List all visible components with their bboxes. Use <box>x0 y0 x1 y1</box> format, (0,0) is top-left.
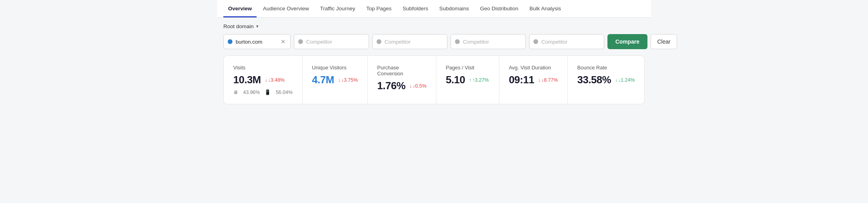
competitor-input-3[interactable]: Competitor <box>451 34 526 49</box>
unique-visitors-arrow-icon <box>338 77 341 83</box>
visits-value-row: 10.3M ↓3.48% <box>233 74 293 86</box>
pages-arrow-icon <box>469 77 471 83</box>
unique-visitors-change-text: ↓3.75% <box>341 77 358 83</box>
bounce-rate-change: ↓1.24% <box>615 77 635 83</box>
competitor-placeholder-4: Competitor <box>541 39 567 45</box>
main-domain-input[interactable]: burton.com ✕ <box>223 34 291 49</box>
metric-visits: Visits 10.3M ↓3.48% 🖥 43.96% 📱 56.04% <box>224 56 303 104</box>
purchase-conversion-change-text: ↓0.5% <box>413 83 426 89</box>
competitor-dot-1 <box>298 39 303 44</box>
avg-visit-arrow-icon <box>538 77 541 83</box>
nav-tabs: Overview Audience Overview Traffic Journ… <box>217 0 651 18</box>
compare-button[interactable]: Compare <box>607 34 647 49</box>
compare-row: burton.com ✕ Competitor Competitor Compe… <box>223 34 645 49</box>
competitor-placeholder-3: Competitor <box>463 39 489 45</box>
pages-visit-value-row: 5.10 ↑3.27% <box>446 74 489 86</box>
mobile-pct: 56.04% <box>276 90 292 95</box>
unique-visitors-value-row: 4.7M ↓3.75% <box>312 74 358 86</box>
visits-change-text: ↓3.48% <box>268 77 285 83</box>
tab-subdomains[interactable]: Subdomains <box>434 0 474 17</box>
pages-visit-label: Pages / Visit <box>446 65 489 71</box>
bounce-rate-arrow-icon <box>615 77 617 83</box>
clear-domain-icon[interactable]: ✕ <box>280 38 286 45</box>
avg-visit-duration-change-text: ↓8.77% <box>541 77 558 83</box>
competitor-input-2[interactable]: Competitor <box>372 34 447 49</box>
root-domain-label: Root domain <box>223 23 254 29</box>
metric-pages-visit: Pages / Visit 5.10 ↑3.27% <box>436 56 499 104</box>
visits-sub: 🖥 43.96% 📱 56.04% <box>233 89 293 95</box>
visits-label: Visits <box>233 65 293 71</box>
unique-visitors-value: 4.7M <box>312 74 334 86</box>
bounce-rate-value-row: 33.58% ↓1.24% <box>577 74 635 86</box>
pages-visit-change: ↑3.27% <box>469 77 489 83</box>
bounce-rate-change-text: ↓1.24% <box>618 77 635 83</box>
unique-visitors-change: ↓3.75% <box>338 77 358 83</box>
chevron-down-icon: ▾ <box>256 24 259 29</box>
content-area: Root domain ▾ burton.com ✕ Competitor Co… <box>217 18 651 110</box>
tab-bulk-analysis[interactable]: Bulk Analysis <box>525 0 566 17</box>
pages-visit-change-text: ↑3.27% <box>472 77 489 83</box>
avg-visit-duration-label: Avg. Visit Duration <box>509 65 558 71</box>
tab-geo-distribution[interactable]: Geo Distribution <box>475 0 523 17</box>
metric-avg-visit-duration: Avg. Visit Duration 09:11 ↓8.77% <box>499 56 568 104</box>
pages-visit-value: 5.10 <box>446 74 465 86</box>
avg-visit-duration-value-row: 09:11 ↓8.77% <box>509 74 558 86</box>
competitor-dot-2 <box>377 39 381 44</box>
tab-top-pages[interactable]: Top Pages <box>362 0 396 17</box>
visits-change: ↓3.48% <box>265 77 285 83</box>
root-domain-selector[interactable]: Root domain ▾ <box>223 23 645 29</box>
competitor-dot-4 <box>533 39 538 44</box>
clear-button[interactable]: Clear <box>651 34 677 49</box>
mobile-icon: 📱 <box>265 89 271 95</box>
desktop-icon: 🖥 <box>233 90 238 95</box>
purchase-conversion-value: 1.76% <box>377 80 405 92</box>
tab-traffic-journey[interactable]: Traffic Journey <box>315 0 360 17</box>
competitor-input-4[interactable]: Competitor <box>529 34 604 49</box>
visits-value: 10.3M <box>233 74 261 86</box>
unique-visitors-label: Unique Visitors <box>312 65 358 71</box>
metrics-card: Visits 10.3M ↓3.48% 🖥 43.96% 📱 56.04% <box>223 56 645 104</box>
competitor-placeholder-1: Competitor <box>306 39 332 45</box>
main-domain-value: burton.com <box>236 39 277 45</box>
competitor-input-1[interactable]: Competitor <box>294 34 369 49</box>
metric-purchase-conversion: Purchase Conversion 1.76% ↓0.5% <box>368 56 436 104</box>
bounce-rate-value: 33.58% <box>577 74 611 86</box>
purchase-conversion-change: ↓0.5% <box>409 83 426 89</box>
tab-subfolders[interactable]: Subfolders <box>398 0 433 17</box>
metric-unique-visitors: Unique Visitors 4.7M ↓3.75% <box>303 56 368 104</box>
desktop-pct: 43.96% <box>243 90 260 95</box>
competitor-placeholder-2: Competitor <box>385 39 411 45</box>
avg-visit-duration-change: ↓8.77% <box>538 77 558 83</box>
avg-visit-duration-value: 09:11 <box>509 74 534 86</box>
purchase-arrow-icon <box>409 83 412 89</box>
tab-audience-overview[interactable]: Audience Overview <box>258 0 314 17</box>
purchase-conversion-label: Purchase Conversion <box>377 65 426 77</box>
purchase-conversion-value-row: 1.76% ↓0.5% <box>377 80 426 92</box>
visits-arrow-down-icon <box>265 77 267 83</box>
metric-bounce-rate: Bounce Rate 33.58% ↓1.24% <box>568 56 644 104</box>
competitor-dot-3 <box>455 39 460 44</box>
bounce-rate-label: Bounce Rate <box>577 65 635 71</box>
domain-color-dot <box>228 39 232 44</box>
tab-overview[interactable]: Overview <box>223 0 257 17</box>
